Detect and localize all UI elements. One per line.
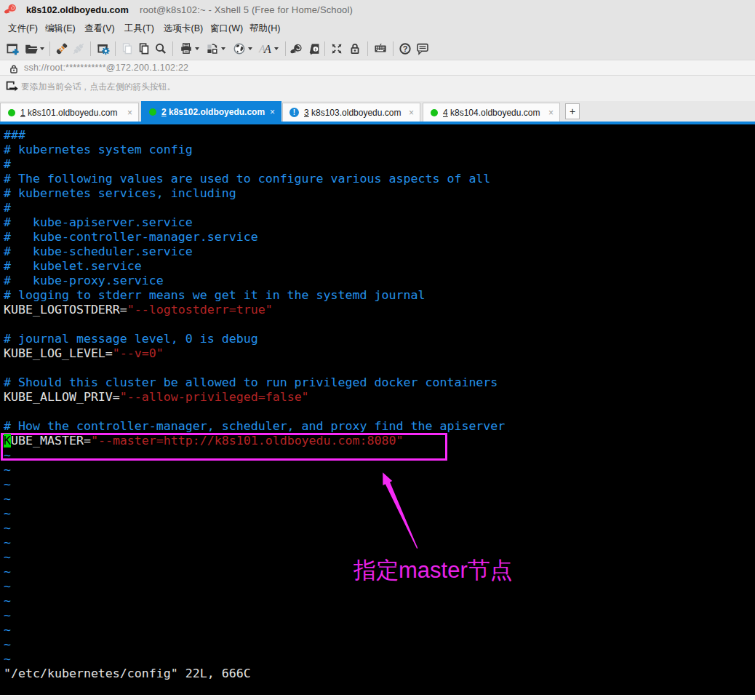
terminal-text-segment: ~ bbox=[4, 536, 11, 549]
terminal-text-segment: UBE_MASTER= bbox=[11, 434, 91, 448]
xftp-icon bbox=[307, 42, 320, 55]
terminal-line-11: # kube-proxy.service bbox=[4, 274, 164, 288]
toolbar-separator bbox=[367, 41, 368, 56]
help-button[interactable]: ? bbox=[396, 40, 414, 57]
window-title: root@k8s102:~ - Xshell 5 (Free for Home/… bbox=[140, 4, 353, 15]
copy-icon bbox=[121, 42, 134, 55]
font-button[interactable]: A A bbox=[255, 40, 282, 57]
terminal-text-segment: ~ bbox=[4, 623, 11, 637]
lock-icon bbox=[10, 65, 17, 73]
menu-item-4[interactable]: 工具(T) bbox=[124, 23, 154, 35]
terminal-line-13: KUBE_LOGTOSTDERR="--logtostderr=true" bbox=[4, 303, 273, 317]
terminal-line-2: # kubernetes system config bbox=[4, 143, 193, 157]
add-session-arrow-icon[interactable] bbox=[6, 81, 19, 94]
print-button[interactable] bbox=[176, 40, 203, 57]
terminal-text-segment: ~ bbox=[4, 506, 11, 520]
terminal-text-segment: # kube-proxy.service bbox=[4, 274, 164, 287]
session-title: k8s102.oldboyedu.com bbox=[26, 4, 129, 15]
toolbar-separator bbox=[285, 41, 286, 56]
tab-close-icon[interactable]: × bbox=[127, 108, 132, 117]
new-session-icon bbox=[6, 42, 19, 55]
terminal-text-segment: # How the controller-manager, scheduler,… bbox=[4, 419, 505, 433]
connected-dot-icon bbox=[149, 108, 156, 116]
arrange-icon bbox=[206, 42, 219, 55]
lock-button[interactable] bbox=[346, 40, 364, 57]
feedback-button[interactable] bbox=[414, 40, 431, 57]
terminal-line-9: # kube-scheduler.service bbox=[4, 244, 193, 259]
session-properties-button[interactable] bbox=[94, 40, 112, 57]
terminal-text-segment: ~ bbox=[4, 565, 11, 578]
lock-icon bbox=[348, 42, 361, 55]
tab-label: 2 k8s102.oldboyedu.com bbox=[161, 107, 265, 117]
terminal-text-segment: # The following values are used to confi… bbox=[4, 172, 490, 186]
tab-k8s103.oldboyedu.com[interactable]: !3 k8s103.oldboyedu.com× bbox=[282, 103, 420, 122]
tab-close-icon[interactable]: × bbox=[548, 108, 554, 117]
arrange-button[interactable] bbox=[202, 40, 229, 57]
terminal-line-5: # kubernetes services, including bbox=[4, 186, 236, 201]
disconnect-button bbox=[71, 40, 88, 57]
menu-item-6[interactable]: 窗口(W) bbox=[210, 23, 243, 35]
find-button[interactable] bbox=[153, 40, 169, 57]
open-folder-button[interactable] bbox=[22, 40, 47, 57]
terminal-line-26: ~ bbox=[4, 492, 11, 506]
tab-label: 3 k8s103.oldboyedu.com bbox=[304, 108, 401, 118]
menu-item-5[interactable]: 选项卡(B) bbox=[164, 23, 203, 35]
new-session-button[interactable] bbox=[3, 40, 22, 57]
xftp-button[interactable] bbox=[305, 40, 321, 57]
menu-item-2[interactable]: 编辑(E) bbox=[45, 23, 76, 35]
terminal-text-segment: # kube-scheduler.service bbox=[4, 244, 193, 258]
terminal-line-4: # The following values are used to confi… bbox=[4, 172, 490, 186]
tab-close-icon[interactable]: × bbox=[270, 108, 275, 116]
terminal-text-segment: ~ bbox=[4, 521, 11, 535]
session-properties-icon bbox=[97, 42, 110, 55]
terminal-line-7: # kube-apiserver.service bbox=[4, 215, 193, 230]
terminal-line-38: "/etc/kubernetes/config" 22L, 666C bbox=[4, 667, 251, 681]
keyboard-button[interactable] bbox=[371, 40, 390, 57]
xagent-button[interactable] bbox=[289, 40, 305, 57]
menu-item-7[interactable]: 帮助(H) bbox=[249, 23, 280, 35]
tab-k8s104.oldboyedu.com[interactable]: 4 k8s104.oldboyedu.com× bbox=[423, 103, 560, 122]
vim-cursor: K bbox=[4, 434, 11, 448]
terminal-text-segment: "/etc/kubernetes/config" 22L, 666C bbox=[4, 667, 251, 680]
info-bar: 要添加当前会话，点击左侧的箭头按钮。 bbox=[0, 76, 755, 101]
menu-item-1[interactable]: 文件(F) bbox=[8, 23, 38, 35]
xagent-icon bbox=[290, 42, 303, 55]
terminal-line-18: # Should this cluster be allowed to run … bbox=[4, 375, 498, 390]
fullscreen-button[interactable] bbox=[328, 40, 346, 57]
menu-item-3[interactable]: 查看(V) bbox=[84, 23, 115, 35]
connect-button[interactable] bbox=[53, 40, 71, 57]
bottom-window-edge bbox=[0, 695, 755, 700]
terminal-line-34: ~ bbox=[4, 608, 11, 623]
terminal-line-27: ~ bbox=[4, 506, 11, 521]
terminal-text-segment: KUBE_ALLOW_PRIV= bbox=[4, 390, 120, 404]
tab-close-icon[interactable]: × bbox=[409, 108, 414, 117]
xshell-logo-icon bbox=[4, 3, 16, 15]
tab-number: 2 bbox=[161, 107, 167, 117]
terminal-line-24: ~ bbox=[4, 463, 11, 477]
svg-text:A: A bbox=[263, 43, 271, 55]
new-tab-button[interactable]: + bbox=[565, 103, 580, 119]
dropdown-caret-icon bbox=[274, 47, 279, 50]
terminal-line-29: ~ bbox=[4, 536, 11, 550]
terminal-line-12: # logging to stderr means we get it in t… bbox=[4, 288, 425, 303]
connect-icon bbox=[55, 42, 68, 55]
address-bar[interactable]: ssh://root:***********@172.200.1.102:22 bbox=[0, 60, 755, 76]
annotation-arrow bbox=[0, 124, 755, 695]
terminal-line-8: # kube-controller-manager.service bbox=[4, 230, 258, 244]
tab-k8s102.oldboyedu.com[interactable]: 2 k8s102.oldboyedu.com× bbox=[141, 101, 281, 122]
web-button[interactable] bbox=[229, 40, 256, 57]
dropdown-caret-icon bbox=[221, 47, 225, 50]
tab-bar: 1 k8s101.oldboyedu.com×2 k8s102.oldboyed… bbox=[0, 101, 755, 122]
feedback-icon bbox=[416, 42, 429, 55]
tab-k8s101.oldboyedu.com[interactable]: 1 k8s101.oldboyedu.com× bbox=[0, 103, 139, 122]
connected-dot-icon bbox=[431, 109, 438, 116]
paste-button[interactable] bbox=[135, 40, 152, 57]
terminal[interactable]: 指定master节点 #### kubernetes system config… bbox=[0, 124, 755, 695]
terminal-text-segment: "--master=http://k8s101.oldboyedu.com:80… bbox=[91, 434, 404, 448]
toolbar-separator bbox=[115, 41, 116, 56]
tab-number: 3 bbox=[304, 108, 309, 118]
connected-dot-icon bbox=[8, 109, 15, 116]
terminal-line-30: ~ bbox=[4, 550, 11, 565]
terminal-text-segment: ~ bbox=[4, 550, 11, 564]
terminal-line-28: ~ bbox=[4, 521, 11, 536]
